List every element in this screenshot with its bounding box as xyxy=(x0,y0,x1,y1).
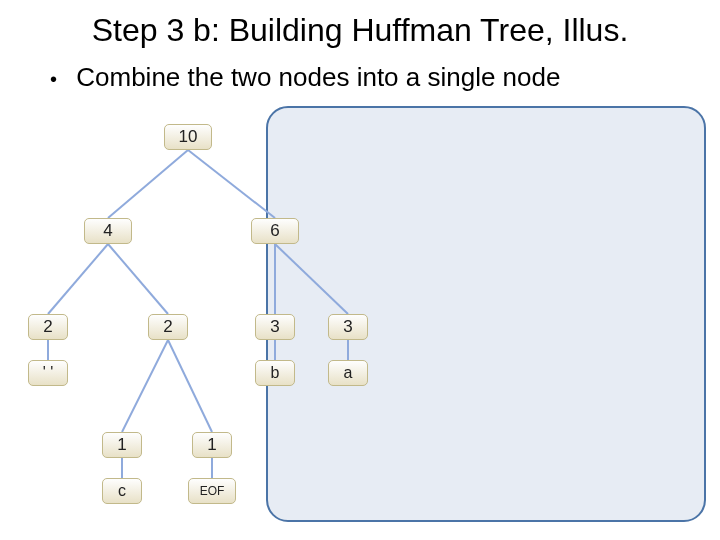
leaf-a: a xyxy=(328,360,368,386)
node-6: 6 xyxy=(251,218,299,244)
node-3r: 3 xyxy=(328,314,368,340)
bullet-text: Combine the two nodes into a single node xyxy=(76,62,560,92)
slide: Step 3 b: Building Huffman Tree, Illus. … xyxy=(0,0,720,540)
svg-line-0 xyxy=(108,150,188,218)
node-root: 10 xyxy=(164,124,212,150)
node-1l: 1 xyxy=(102,432,142,458)
svg-line-9 xyxy=(122,340,168,432)
node-1r: 1 xyxy=(192,432,232,458)
bullet-line: • Combine the two nodes into a single no… xyxy=(50,62,560,93)
bullet-dot-icon: • xyxy=(50,69,57,89)
leaf-c: c xyxy=(102,478,142,504)
svg-line-1 xyxy=(188,150,275,218)
leaf-space: ' ' xyxy=(28,360,68,386)
node-2l: 2 xyxy=(28,314,68,340)
svg-line-10 xyxy=(168,340,212,432)
svg-line-3 xyxy=(108,244,168,314)
node-2r: 2 xyxy=(148,314,188,340)
node-3l: 3 xyxy=(255,314,295,340)
slide-title: Step 3 b: Building Huffman Tree, Illus. xyxy=(0,12,720,49)
leaf-eof: EOF xyxy=(188,478,236,504)
node-4: 4 xyxy=(84,218,132,244)
leaf-b: b xyxy=(255,360,295,386)
svg-line-2 xyxy=(48,244,108,314)
